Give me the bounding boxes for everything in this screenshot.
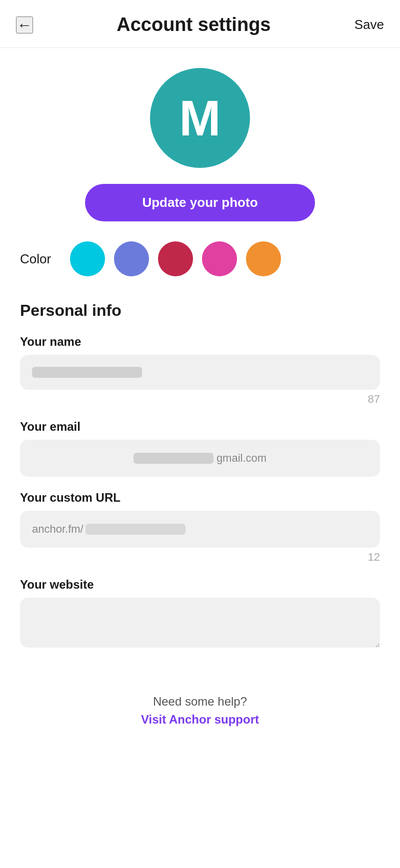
name-field-group: Your name 87 (20, 335, 380, 406)
custom-url-field-group: Your custom URL anchor.fm/ 12 (20, 491, 380, 564)
personal-info-section: Personal info Your name 87 Your email gm… (20, 301, 380, 650)
website-input[interactable] (20, 598, 380, 648)
page-title: Account settings (33, 14, 354, 35)
help-section: Need some help? Visit Anchor support (20, 665, 380, 747)
website-label: Your website (20, 578, 380, 592)
personal-info-title: Personal info (20, 301, 380, 320)
help-link[interactable]: Visit Anchor support (20, 713, 380, 727)
avatar-section: M Update your photo (20, 68, 380, 221)
name-input-wrapper (20, 355, 380, 390)
avatar[interactable]: M (150, 68, 250, 168)
name-input-display[interactable] (20, 355, 380, 390)
header: ← Account settings Save (0, 0, 400, 48)
website-field-group: Your website (20, 578, 380, 650)
color-section: Color (20, 241, 380, 276)
color-option-blue[interactable] (114, 241, 149, 276)
color-label: Color (20, 251, 60, 267)
url-prefix: anchor.fm/ (32, 523, 84, 536)
color-dots (70, 241, 281, 276)
custom-url-label: Your custom URL (20, 491, 380, 505)
help-text: Need some help? (20, 695, 380, 709)
content: M Update your photo Color Personal info … (0, 48, 400, 777)
email-label: Your email (20, 420, 380, 434)
email-input-display[interactable]: gmail.com (20, 440, 380, 477)
custom-url-input[interactable]: anchor.fm/ (20, 511, 380, 548)
name-mask (32, 367, 142, 378)
email-mask (134, 453, 214, 464)
name-char-count: 87 (20, 393, 380, 406)
email-suffix: gmail.com (216, 452, 266, 465)
color-option-orange[interactable] (246, 241, 281, 276)
url-value-mask (86, 524, 186, 535)
email-field-group: Your email gmail.com (20, 420, 380, 477)
email-input-wrapper: gmail.com (20, 440, 380, 477)
save-button[interactable]: Save (354, 17, 384, 32)
color-option-cyan[interactable] (70, 241, 105, 276)
avatar-letter: M (179, 93, 220, 143)
color-option-red[interactable] (158, 241, 193, 276)
color-option-pink[interactable] (202, 241, 237, 276)
update-photo-button[interactable]: Update your photo (85, 184, 315, 221)
name-label: Your name (20, 335, 380, 349)
url-char-count: 12 (20, 551, 380, 564)
back-button[interactable]: ← (16, 16, 33, 33)
